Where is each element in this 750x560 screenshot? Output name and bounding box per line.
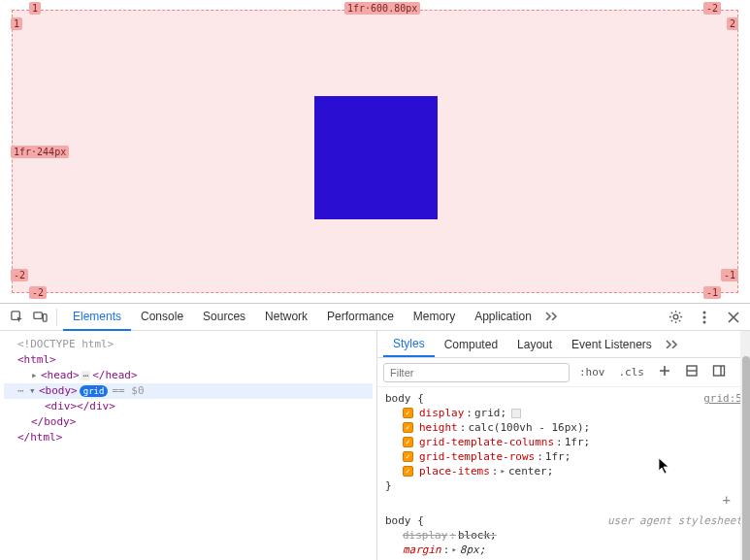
prop-value: 8px; bbox=[460, 543, 486, 557]
prop-name: display bbox=[403, 528, 447, 543]
close-icon[interactable] bbox=[723, 307, 744, 328]
dom-tree-panel[interactable]: <!DOCTYPE html> <html> ▸<head>⋯</head> ⋯… bbox=[0, 331, 377, 560]
dom-doctype[interactable]: <!DOCTYPE html> bbox=[17, 338, 114, 350]
more-tabs-icon[interactable] bbox=[541, 304, 563, 331]
devtools-main-tabs: Elements Console Sources Network Perform… bbox=[63, 304, 663, 331]
new-style-rule-icon[interactable] bbox=[654, 362, 675, 382]
cls-toggle[interactable]: .cls bbox=[615, 364, 649, 380]
tab-network[interactable]: Network bbox=[255, 304, 317, 331]
subtab-event-listeners[interactable]: Event Listeners bbox=[562, 333, 662, 356]
rule-source-ua: user agent stylesheet bbox=[607, 513, 742, 528]
grid-line-label: -1 bbox=[703, 286, 721, 299]
prop-checkbox[interactable] bbox=[403, 408, 413, 418]
grid-col-dimension-label: 1fr·600.80px bbox=[344, 2, 420, 15]
grid-line-label: -2 bbox=[29, 286, 47, 299]
tab-elements[interactable]: Elements bbox=[63, 304, 131, 331]
prop-name[interactable]: height bbox=[419, 420, 458, 435]
dom-head-open[interactable]: <head> bbox=[41, 369, 80, 381]
svg-rect-2 bbox=[43, 314, 47, 322]
tab-console[interactable]: Console bbox=[131, 304, 193, 331]
scrollbar-track[interactable] bbox=[740, 331, 750, 560]
toggle-sidebar-icon[interactable] bbox=[708, 362, 730, 382]
svg-point-6 bbox=[703, 320, 706, 323]
dom-div[interactable]: <div></div> bbox=[45, 400, 115, 412]
expand-triangle-icon[interactable]: ▸ bbox=[500, 464, 505, 478]
hov-toggle[interactable]: :hov bbox=[575, 364, 609, 380]
subtab-styles[interactable]: Styles bbox=[383, 332, 435, 357]
svg-rect-1 bbox=[33, 313, 41, 319]
prop-value[interactable]: calc(100vh - 16px); bbox=[468, 420, 590, 435]
prop-value[interactable]: center; bbox=[508, 464, 553, 478]
devtools-panels: <!DOCTYPE html> <html> ▸<head>⋯</head> ⋯… bbox=[0, 331, 750, 560]
gear-icon[interactable] bbox=[665, 307, 686, 328]
dom-head-close[interactable]: </head> bbox=[92, 369, 137, 381]
prop-checkbox[interactable] bbox=[403, 451, 413, 462]
svg-rect-8 bbox=[714, 366, 725, 376]
dom-collapsed-icon[interactable]: ⋯ bbox=[82, 371, 90, 380]
expand-arrow-icon[interactable]: ▾ bbox=[29, 383, 39, 399]
grid-badge[interactable]: grid bbox=[80, 385, 109, 397]
css-rule-user-agent[interactable]: user agent stylesheet body { display: bl… bbox=[385, 513, 742, 560]
svg-point-5 bbox=[703, 315, 706, 318]
tab-memory[interactable]: Memory bbox=[404, 304, 465, 331]
rule-selector: body bbox=[385, 514, 411, 527]
rule-source-link[interactable]: grid:5 bbox=[703, 392, 742, 405]
grid-line-label: -2 bbox=[11, 269, 28, 281]
prop-checkbox[interactable] bbox=[403, 437, 413, 447]
grid-line-label: -2 bbox=[703, 2, 721, 15]
dom-body-close[interactable]: </body> bbox=[31, 415, 76, 428]
inspect-element-icon[interactable] bbox=[6, 307, 27, 328]
styles-filter-row: :hov .cls bbox=[377, 358, 750, 387]
css-rule-author[interactable]: grid:5 body { display: grid; height: cal… bbox=[385, 391, 742, 508]
tab-application[interactable]: Application bbox=[465, 304, 541, 331]
expand-arrow-icon[interactable]: ▸ bbox=[31, 368, 41, 383]
device-toolbar-icon[interactable] bbox=[29, 307, 50, 328]
styles-panel: Styles Computed Layout Event Listeners :… bbox=[377, 331, 750, 560]
prop-checkbox[interactable] bbox=[403, 466, 413, 477]
grid-swatch-icon[interactable] bbox=[511, 409, 521, 418]
grid-line-label: 1 bbox=[29, 2, 41, 15]
divider bbox=[56, 309, 57, 326]
grid-item-div bbox=[314, 96, 438, 219]
subtab-computed[interactable]: Computed bbox=[435, 333, 507, 356]
devtools-panel: Elements Console Sources Network Perform… bbox=[0, 303, 750, 560]
prop-name: margin bbox=[403, 543, 441, 557]
grid-row-dimension-label: 1fr·244px bbox=[11, 146, 69, 158]
computed-styles-icon[interactable] bbox=[681, 362, 702, 382]
dom-html-close[interactable]: </html> bbox=[17, 431, 62, 444]
prop-value: block; bbox=[458, 528, 497, 543]
add-property-icon[interactable]: + bbox=[719, 493, 734, 508]
tab-performance[interactable]: Performance bbox=[317, 304, 404, 331]
tab-sources[interactable]: Sources bbox=[193, 304, 255, 331]
subtab-layout[interactable]: Layout bbox=[507, 333, 562, 356]
dom-body-line-selected[interactable]: ⋯▾<body>grid== $0 bbox=[4, 383, 373, 399]
dom-body-open[interactable]: <body> bbox=[39, 384, 78, 397]
dom-selected-ref: == $0 bbox=[112, 384, 144, 397]
grid-line-label: 2 bbox=[727, 17, 738, 30]
prop-value[interactable]: grid; bbox=[474, 406, 506, 420]
styles-filter-input[interactable] bbox=[383, 363, 570, 382]
styles-subtabs: Styles Computed Layout Event Listeners bbox=[377, 331, 750, 358]
prop-name[interactable]: grid-template-columns bbox=[419, 435, 554, 449]
prop-value[interactable]: 1fr; bbox=[565, 435, 591, 449]
svg-point-3 bbox=[673, 314, 678, 319]
devtools-toolbar: Elements Console Sources Network Perform… bbox=[0, 304, 750, 331]
dom-html-open[interactable]: <html> bbox=[17, 353, 56, 366]
rule-selector[interactable]: body bbox=[385, 392, 411, 405]
grid-line-label: -1 bbox=[721, 269, 738, 281]
prop-name[interactable]: grid-template-rows bbox=[419, 449, 535, 464]
more-subtabs-icon[interactable] bbox=[662, 332, 683, 357]
prop-value[interactable]: 1fr; bbox=[545, 449, 571, 464]
prop-name[interactable]: display bbox=[419, 406, 464, 420]
styles-rules-list[interactable]: grid:5 body { display: grid; height: cal… bbox=[377, 387, 750, 560]
prop-name[interactable]: place-items bbox=[419, 464, 490, 478]
grid-line-label: 1 bbox=[11, 17, 22, 30]
page-viewport: 1fr·600.80px 1 1 -2 2 1fr·244px -2 -2 -1… bbox=[0, 0, 750, 303]
expand-triangle-icon[interactable]: ▸ bbox=[451, 543, 456, 557]
kebab-menu-icon[interactable] bbox=[694, 307, 715, 328]
prop-checkbox[interactable] bbox=[403, 422, 413, 433]
svg-point-4 bbox=[703, 311, 706, 313]
scrollbar-thumb[interactable] bbox=[742, 356, 750, 560]
